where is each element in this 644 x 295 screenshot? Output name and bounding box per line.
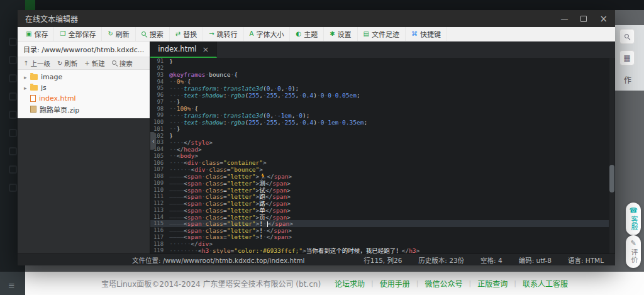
footer-link[interactable]: 使用手册 bbox=[380, 278, 410, 289]
code-line-116[interactable]: 116————<span·class="letter">!·</span> bbox=[150, 227, 609, 234]
code-line-117[interactable]: 117————<span·class="letter">!·</span> bbox=[150, 234, 609, 241]
tab-close-icon[interactable]: × bbox=[203, 45, 209, 54]
editor-column: index.html × 91}9293@keyframes·bounce·{9… bbox=[150, 42, 615, 253]
headset-icon: ☎ bbox=[629, 206, 638, 214]
code-token: text-shadow bbox=[184, 92, 223, 99]
code-line-97[interactable]: 97··} bbox=[150, 99, 609, 106]
line-number: 116 bbox=[150, 227, 169, 233]
settings-button[interactable]: ✱设置 bbox=[324, 27, 357, 41]
save-button[interactable]: ▣保存 bbox=[20, 27, 54, 41]
footer-separator: | bbox=[371, 279, 374, 287]
line-number: 119 bbox=[150, 247, 169, 253]
save-all-button[interactable]: ❐全部保存 bbox=[54, 27, 102, 41]
code-text: ····transform:·translate3d(0,·0,·0); bbox=[169, 85, 299, 92]
up-level-button[interactable]: ↑上一级 bbox=[23, 58, 50, 68]
code-token: > bbox=[289, 220, 293, 227]
theme-button[interactable]: ◐主题 bbox=[290, 27, 324, 41]
code-token: div bbox=[187, 159, 198, 166]
scrollbar-thumb[interactable] bbox=[609, 165, 614, 192]
code-line-103[interactable]: 103····</style> bbox=[150, 139, 609, 146]
menu-toggle-icon[interactable]: ≡ bbox=[8, 281, 15, 290]
code-editor[interactable]: 91}9293@keyframes·bounce·{94··0%·{95····… bbox=[150, 58, 615, 253]
folder-icon bbox=[30, 85, 38, 91]
code-text: ··0%·{ bbox=[169, 78, 191, 85]
code-token: ···· bbox=[169, 139, 184, 146]
tab-label: index.html bbox=[158, 45, 196, 53]
line-number: 117 bbox=[150, 234, 169, 240]
search-button[interactable]: 搜索 bbox=[112, 58, 133, 68]
expand-arrow-icon[interactable]: ▸ bbox=[24, 85, 30, 91]
editor-scrollbar[interactable] bbox=[609, 58, 614, 253]
file-item[interactable]: ▸js bbox=[18, 82, 150, 93]
code-token: ·· bbox=[169, 152, 176, 159]
code-line-95[interactable]: 95····transform:·translate3d(0,·0,·0); bbox=[150, 85, 609, 92]
tab-index-html[interactable]: index.html × bbox=[150, 42, 217, 58]
line-number: 97 bbox=[150, 99, 169, 105]
code-token: "bounce" bbox=[231, 166, 260, 173]
code-line-102[interactable]: 102} bbox=[150, 132, 609, 139]
line-number: 105 bbox=[150, 153, 169, 159]
code-token: 0.35em bbox=[342, 119, 364, 126]
file-item[interactable]: ▸image bbox=[18, 72, 150, 82]
footer-link[interactable]: 微信公众号 bbox=[425, 278, 463, 289]
code-token: { bbox=[234, 71, 238, 78]
code-line-92[interactable]: 92 bbox=[150, 65, 609, 72]
refresh-button[interactable]: ↻刷新 bbox=[57, 58, 77, 68]
code-line-93[interactable]: 93@keyframes·bounce·{ bbox=[150, 72, 609, 79]
directory-path[interactable]: 目录: /www/wwwroot/htmb.kdxdc... bbox=[18, 42, 150, 57]
code-lines: 91}9293@keyframes·bounce·{94··0%·{95····… bbox=[150, 58, 609, 253]
bg-grid-button[interactable]: ▦ bbox=[619, 50, 635, 65]
goto-line-button[interactable]: →跳转行 bbox=[203, 27, 243, 41]
code-token: ···· bbox=[169, 159, 184, 166]
code-line-99[interactable]: 99····transform:·translate3d(0,·-1em,·0)… bbox=[150, 112, 609, 119]
footer-link[interactable]: 联系人工客服 bbox=[523, 278, 568, 289]
refresh-button[interactable]: ↻刷新 bbox=[102, 27, 135, 41]
replace-button[interactable]: ⇄替换 bbox=[170, 27, 203, 41]
code-token: div bbox=[194, 166, 205, 173]
code-token: 255 bbox=[267, 119, 277, 126]
code-line-114[interactable]: 114————<span·class="letter">页</span> bbox=[150, 213, 609, 220]
code-line-107[interactable]: 107······<div·class="bounce"> bbox=[150, 166, 609, 173]
code-token: } bbox=[177, 125, 180, 132]
code-text: ······<div·class="bounce"> bbox=[169, 166, 263, 173]
footer-link[interactable]: 正版查询 bbox=[477, 278, 508, 289]
new-file-button[interactable]: +新建 bbox=[84, 58, 104, 68]
line-number: 93 bbox=[150, 72, 169, 78]
rate-button[interactable]: ✎ 评价 bbox=[626, 235, 641, 268]
code-token: span bbox=[187, 227, 202, 234]
code-line-104[interactable]: 104··</head> bbox=[150, 146, 609, 153]
bg-search-button[interactable] bbox=[619, 29, 635, 44]
file-item[interactable]: ▸跑路单页.zip bbox=[18, 104, 150, 114]
code-line-101[interactable]: 101··} bbox=[150, 126, 609, 133]
code-line-115[interactable]: 115————<span·class="letter">!·</span> bbox=[150, 220, 609, 227]
footer-link[interactable]: 论坛求助 bbox=[335, 278, 365, 289]
sidebar-collapse-handle[interactable]: ‹ bbox=[150, 132, 156, 150]
search-button[interactable]: 搜索 bbox=[136, 27, 170, 41]
code-token: </ bbox=[267, 233, 274, 240]
expand-arrow-icon[interactable]: ▸ bbox=[24, 74, 30, 81]
code-line-105[interactable]: 105··<body> bbox=[150, 153, 609, 160]
font-size-button[interactable]: A字体大小 bbox=[244, 27, 291, 41]
file-item[interactable]: ▸index.html bbox=[18, 93, 150, 104]
line-number: 109 bbox=[150, 180, 169, 186]
close-icon[interactable]: × bbox=[599, 16, 608, 22]
code-line-98[interactable]: 98··100%·{ bbox=[150, 105, 609, 112]
line-number: 95 bbox=[150, 85, 169, 91]
file-history-button[interactable]: ▤文件足迹 bbox=[358, 27, 406, 41]
search-icon bbox=[625, 34, 630, 40]
window-title: 在线文本编辑器 bbox=[25, 13, 78, 24]
shortcuts-button[interactable]: ⌘快捷键 bbox=[406, 27, 447, 41]
line-number: 111 bbox=[150, 193, 169, 199]
code-line-100[interactable]: 100····text-shadow:·rgba(255,·255,·255,·… bbox=[150, 119, 609, 126]
maximize-icon[interactable] bbox=[580, 16, 587, 22]
code-line-94[interactable]: 94··0%·{ bbox=[150, 78, 609, 85]
customer-service-button[interactable]: ☎ 客服 bbox=[626, 203, 641, 235]
code-token: span bbox=[275, 220, 289, 227]
code-line-91[interactable]: 91} bbox=[150, 58, 609, 65]
minimize-icon[interactable]: — bbox=[560, 14, 568, 23]
code-line-119[interactable]: 119········<h3·style="color:·#6933ffcf;"… bbox=[150, 247, 609, 253]
code-line-106[interactable]: 106····<div·class="container"> bbox=[150, 159, 609, 166]
code-line-96[interactable]: 96····text-shadow:·rgba(255,·255,·255,·0… bbox=[150, 92, 609, 99]
code-text: ····text-shadow:·rgba(255,·255,·255,·0.4… bbox=[169, 92, 360, 99]
code-token: ); bbox=[303, 112, 309, 119]
